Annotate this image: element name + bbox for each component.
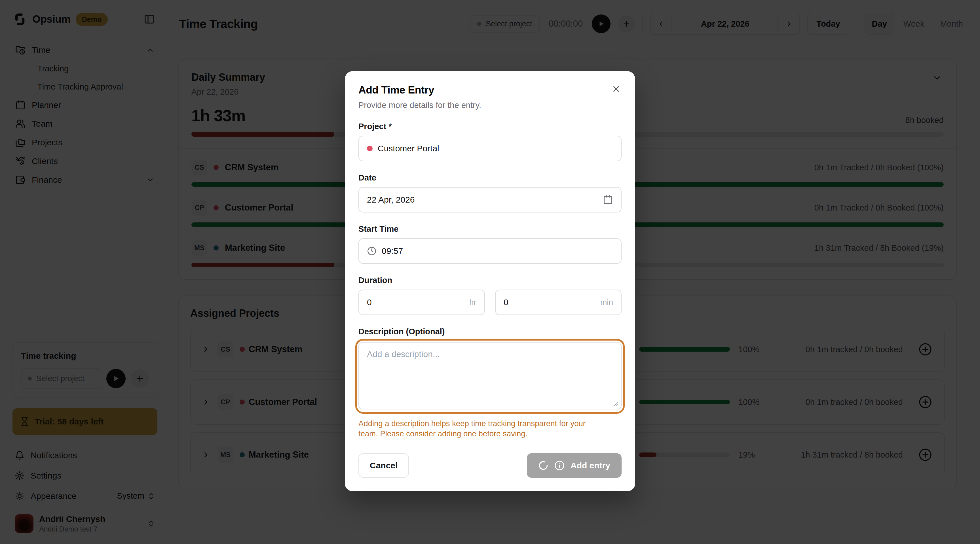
info-icon: [554, 460, 565, 471]
description-field-label: Description (Optional): [358, 327, 622, 336]
hours-suffix: hr: [469, 298, 476, 307]
description-textarea[interactable]: [358, 342, 622, 409]
duration-hours-input[interactable]: [367, 298, 466, 307]
close-icon: [611, 84, 621, 94]
cancel-button[interactable]: Cancel: [358, 453, 409, 478]
minutes-suffix: min: [600, 298, 613, 307]
modal-subtitle: Provide more details for the entry.: [358, 101, 622, 110]
date-value: 22 Apr, 2026: [367, 195, 415, 205]
project-select-value: Customer Portal: [378, 144, 439, 153]
project-color-dot: [367, 146, 372, 151]
duration-minutes-input[interactable]: [504, 298, 597, 307]
clock-icon: [367, 246, 377, 256]
start-time-field-label: Start Time: [358, 224, 622, 234]
add-time-entry-modal: Add Time Entry Provide more details for …: [345, 71, 635, 491]
duration-minutes-field: min: [495, 290, 622, 315]
start-time-value: 09:57: [382, 246, 403, 256]
add-entry-button[interactable]: Add entry: [527, 453, 622, 478]
calendar-icon: [603, 195, 613, 205]
description-warning: Adding a description helps keep time tra…: [358, 419, 602, 439]
description-field: [358, 342, 622, 411]
project-select[interactable]: Customer Portal: [358, 136, 622, 161]
close-modal-button[interactable]: [610, 82, 623, 95]
add-entry-label: Add entry: [571, 461, 610, 470]
date-field-label: Date: [358, 173, 622, 182]
start-time-input[interactable]: 09:57: [358, 238, 622, 264]
spinner-icon: [538, 460, 549, 471]
modal-title: Add Time Entry: [358, 84, 622, 96]
date-input[interactable]: 22 Apr, 2026: [358, 187, 622, 213]
duration-hours-field: hr: [358, 290, 485, 315]
duration-field-label: Duration: [358, 276, 622, 285]
project-field-label: Project *: [358, 122, 622, 131]
